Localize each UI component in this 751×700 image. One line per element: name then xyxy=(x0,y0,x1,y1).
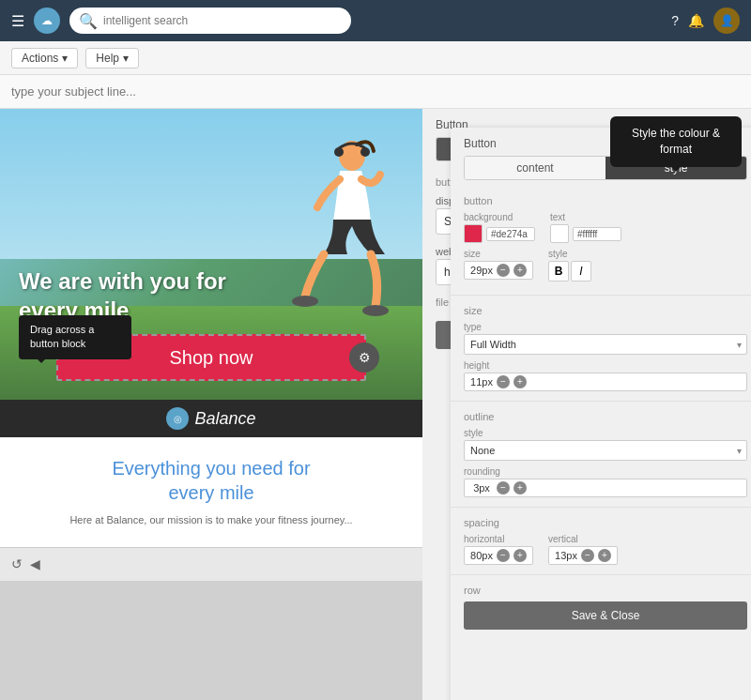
rounding-decrease[interactable]: − xyxy=(497,481,510,495)
bg-color-swatch-row: #de274a xyxy=(464,224,535,243)
divider-4 xyxy=(451,574,751,575)
avatar[interactable]: 👤 xyxy=(713,8,740,34)
bg-color-label: background xyxy=(464,212,535,222)
outline-style-label: style xyxy=(464,428,747,438)
font-size-decrease[interactable]: − xyxy=(497,264,510,277)
outline-section-label: outline xyxy=(464,411,747,422)
drag-tooltip: Drag across a button block xyxy=(19,315,131,359)
spacing-row: horizontal 80px − + vertical 13px − + xyxy=(464,534,747,565)
size-section-label: size xyxy=(464,305,747,316)
divider-2 xyxy=(451,401,751,402)
bg-color-field: background #de274a xyxy=(464,212,535,243)
horizontal-control: 80px − + xyxy=(464,546,533,565)
rounding-increase[interactable]: + xyxy=(513,481,527,495)
email-body: Here at Balance, our mission is to make … xyxy=(19,512,404,528)
subject-input[interactable] xyxy=(11,84,740,99)
text-color-swatch-row: #ffffff xyxy=(550,224,621,243)
font-size-field: size 29px − + xyxy=(464,249,533,280)
type-select-wrapper: Full Width ▾ xyxy=(464,334,747,355)
font-style-field: style B I xyxy=(548,249,591,282)
spacing-section: spacing horizontal 80px − + vertical 13 xyxy=(451,511,751,571)
tooltip-bubble: Style the colour & format xyxy=(610,116,742,167)
vertical-increase[interactable]: + xyxy=(598,549,611,562)
outline-style-select-wrapper: None ▾ xyxy=(464,440,747,461)
type-select[interactable]: Full Width xyxy=(464,334,747,355)
style-save-close-button[interactable]: Save & Close xyxy=(464,601,747,630)
height-increase[interactable]: + xyxy=(513,375,527,388)
svg-point-1 xyxy=(292,296,318,307)
type-label: type xyxy=(464,322,747,332)
button-section-label: button xyxy=(464,195,747,206)
height-value: 11px xyxy=(470,376,493,388)
size-style-row: size 29px − + style B I xyxy=(464,249,747,282)
top-nav: ☰ ☁ 🔍 ? 🔔 👤 xyxy=(0,0,751,41)
font-style-buttons: B I xyxy=(548,261,591,282)
svg-point-2 xyxy=(362,305,389,316)
horizontal-value: 80px xyxy=(470,550,493,561)
outline-style-field: style None ▾ xyxy=(464,428,747,461)
app-logo: ☁ xyxy=(34,8,60,34)
type-field: type Full Width ▾ xyxy=(464,322,747,355)
bg-color-value[interactable]: #de274a xyxy=(486,227,535,241)
font-size-value: 29px xyxy=(470,265,493,276)
font-size-label: size xyxy=(464,249,533,259)
horizontal-decrease[interactable]: − xyxy=(497,549,510,562)
balance-name: Balance xyxy=(194,409,255,429)
vertical-label: vertical xyxy=(548,534,618,544)
row-section-label: row xyxy=(464,585,747,596)
font-style-label: style xyxy=(548,249,591,259)
text-color-swatch[interactable] xyxy=(550,224,569,243)
rounding-control: 3px − + xyxy=(464,479,747,497)
hamburger-icon[interactable]: ☰ xyxy=(11,12,24,30)
nav-right: ? 🔔 👤 xyxy=(671,8,740,34)
button-block-text: Shop now xyxy=(170,347,253,369)
outline-section: outline style None ▾ rounding 3px − xyxy=(451,405,751,503)
bg-color-swatch[interactable] xyxy=(464,224,483,243)
height-field: height 11px − + xyxy=(464,360,747,391)
hero-image: We are with you for every mile Drag acro… xyxy=(0,109,422,400)
height-label: height xyxy=(464,360,747,371)
main-area: We are with you for every mile Drag acro… xyxy=(0,109,751,700)
spacing-section-label: spacing xyxy=(464,517,747,528)
back-icon[interactable]: ◀ xyxy=(30,556,40,571)
email-content: Everything you need for every mile Here … xyxy=(0,437,422,547)
actions-button[interactable]: Actions ▾ xyxy=(11,48,78,68)
style-tab-content[interactable]: content xyxy=(465,157,605,179)
font-size-increase[interactable]: + xyxy=(513,264,527,277)
svg-point-4 xyxy=(360,147,370,157)
button-settings-icon[interactable]: ⚙ xyxy=(349,342,379,373)
help-icon[interactable]: ? xyxy=(671,13,679,28)
text-color-value[interactable]: #ffffff xyxy=(573,227,621,241)
undo-icon[interactable]: ↺ xyxy=(11,556,23,571)
horizontal-label: horizontal xyxy=(464,534,533,544)
vertical-decrease[interactable]: − xyxy=(581,549,594,562)
bottom-toolbar: ↺ ◀ xyxy=(0,547,422,581)
notification-icon[interactable]: 🔔 xyxy=(688,13,704,28)
svg-point-3 xyxy=(334,147,344,157)
help-button[interactable]: Help ▾ xyxy=(85,48,139,68)
height-decrease[interactable]: − xyxy=(497,375,510,388)
search-icon: 🔍 xyxy=(79,12,98,30)
vertical-field: vertical 13px − + xyxy=(548,534,618,565)
horizontal-increase[interactable]: + xyxy=(513,549,527,562)
email-preview: We are with you for every mile Drag acro… xyxy=(0,109,422,700)
italic-button[interactable]: I xyxy=(571,261,591,282)
vertical-control: 13px − + xyxy=(548,546,618,565)
email-heading: Everything you need for every mile xyxy=(19,456,404,505)
search-bar[interactable]: 🔍 xyxy=(69,8,351,34)
rounding-field: rounding 3px − + xyxy=(464,466,747,497)
size-section: size type Full Width ▾ height 11px − xyxy=(451,299,751,397)
divider-1 xyxy=(451,295,751,296)
vertical-value: 13px xyxy=(555,550,577,561)
outline-style-select[interactable]: None xyxy=(464,440,747,461)
balance-logo: ◎ Balance xyxy=(166,407,255,430)
bold-button[interactable]: B xyxy=(548,261,569,282)
horizontal-field: horizontal 80px − + xyxy=(464,534,533,565)
divider-3 xyxy=(451,507,751,508)
balance-icon: ◎ xyxy=(166,407,189,430)
search-input[interactable] xyxy=(103,14,342,27)
right-panels: Button content style ← button display te… xyxy=(422,109,751,700)
color-row: background #de274a text #ffffff xyxy=(464,212,747,243)
chevron-down-icon: ▾ xyxy=(62,52,68,65)
chevron-down-icon: ▾ xyxy=(123,52,129,65)
